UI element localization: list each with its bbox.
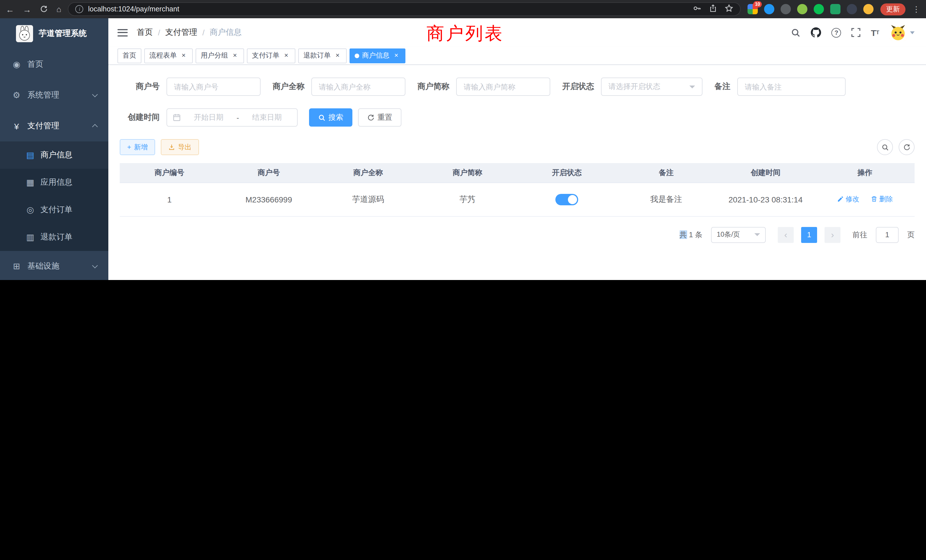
tab-user-group[interactable]: 用户分组×: [195, 48, 244, 63]
toggle-search-icon[interactable]: [877, 139, 893, 155]
close-icon[interactable]: ×: [282, 51, 290, 60]
date-separator: -: [237, 113, 239, 122]
sidebar-item-payment[interactable]: ¥ 支付管理: [0, 110, 108, 141]
merchant-no-input[interactable]: [166, 77, 260, 96]
navbar-actions: ? TT: [791, 24, 917, 41]
main-area: 商户列表 首页 / 支付管理 / 商户信息 ?: [108, 18, 926, 280]
help-icon[interactable]: ?: [832, 28, 841, 37]
extension-navy-icon[interactable]: [847, 4, 857, 14]
close-icon[interactable]: ×: [334, 51, 342, 60]
merchant-no-label: 商户号: [120, 82, 166, 92]
user-menu[interactable]: [890, 24, 915, 41]
app-logo[interactable]: 芋道管理系统: [0, 18, 108, 49]
cell-merchant-no: M233666999: [219, 183, 319, 216]
search-icon: [318, 114, 325, 121]
next-page-icon[interactable]: ›: [825, 227, 840, 243]
merchant-short-input[interactable]: [456, 77, 550, 96]
edit-link[interactable]: 修改: [837, 194, 859, 204]
extension-doc-icon[interactable]: [830, 4, 840, 14]
extension-green-icon[interactable]: [814, 4, 824, 14]
filter-row-2: 创建时间 开始日期 - 结束日期 搜索 重置: [120, 108, 915, 127]
caret-down-icon: [910, 31, 915, 34]
sidebar-item-infrastructure[interactable]: ⊞ 基础设施: [0, 251, 108, 280]
address-bar[interactable]: i localhost:1024/pay/merchant: [68, 2, 741, 16]
hamburger-icon[interactable]: [118, 29, 128, 36]
delete-link[interactable]: 删除: [871, 194, 893, 204]
page-content: 商户号 商户全称 商户简称 开启状态 请选择开启状态: [108, 65, 926, 280]
tab-process-form[interactable]: 流程表单×: [144, 48, 193, 63]
breadcrumb-payment[interactable]: 支付管理: [165, 27, 197, 38]
calendar-icon: [173, 114, 181, 121]
reload-icon[interactable]: [40, 5, 48, 13]
cell-short-name: 芋艿: [418, 183, 517, 216]
sidebar-item-system[interactable]: ⚙ 系统管理: [0, 80, 108, 110]
sidebar-item-merchant-info[interactable]: ▤ 商户信息: [0, 141, 108, 169]
status-select[interactable]: 请选择开启状态: [601, 77, 702, 96]
share-icon[interactable]: [709, 4, 717, 14]
browser-menu-icon[interactable]: ⋮: [912, 5, 920, 14]
home-icon[interactable]: ⌂: [56, 5, 61, 14]
search-button[interactable]: 搜索: [309, 108, 353, 127]
merchant-name-input[interactable]: [311, 77, 406, 96]
page-size-select[interactable]: 10条/页: [711, 227, 766, 243]
sidebar: 芋道管理系统 ◉ 首页 ⚙ 系统管理 ¥ 支付管理: [0, 18, 108, 280]
current-page[interactable]: 1: [801, 227, 817, 243]
close-icon[interactable]: ×: [231, 51, 239, 60]
breadcrumb-home[interactable]: 首页: [137, 27, 153, 38]
extension-color-icon[interactable]: [797, 4, 807, 14]
extension-smiley-icon[interactable]: [863, 4, 873, 14]
col-actions: 操作: [816, 163, 915, 183]
add-button[interactable]: + 新增: [120, 139, 155, 155]
table-toolbar: + 新增 导出: [120, 139, 915, 155]
github-icon[interactable]: [811, 27, 822, 38]
refresh-table-icon[interactable]: [899, 139, 915, 155]
extension-drop-icon[interactable]: [764, 4, 774, 14]
cell-status: [517, 183, 617, 216]
create-time-label: 创建时间: [120, 112, 166, 123]
trash-icon: [871, 196, 878, 203]
password-key-icon[interactable]: [693, 4, 701, 14]
export-button[interactable]: 导出: [161, 139, 199, 155]
infrastructure-icon: ⊞: [11, 261, 22, 271]
status-label: 开启状态: [562, 82, 601, 92]
goto-label: 前往: [852, 230, 867, 240]
sidebar-item-app-info[interactable]: ▦ 应用信息: [0, 169, 108, 196]
chevron-down-icon: [92, 92, 98, 97]
tab-merchant-info[interactable]: 商户信息×: [350, 48, 406, 63]
extension-grid-icon[interactable]: 10: [747, 4, 758, 14]
back-icon[interactable]: ←: [6, 4, 14, 14]
status-toggle[interactable]: [555, 194, 578, 205]
sidebar-item-refund-order[interactable]: ▥ 退款订单: [0, 224, 108, 251]
prev-page-icon[interactable]: ‹: [778, 227, 794, 243]
site-info-icon[interactable]: i: [76, 5, 83, 13]
extension-dark-icon[interactable]: [781, 4, 791, 14]
close-icon[interactable]: ×: [392, 51, 400, 60]
cell-actions: 修改 删除: [816, 183, 915, 216]
remark-input[interactable]: [737, 77, 846, 96]
col-merchant-no: 商户号: [219, 163, 319, 183]
tab-home[interactable]: 首页: [118, 48, 141, 63]
breadcrumb: 首页 / 支付管理 / 商户信息: [137, 27, 242, 38]
reset-button[interactable]: 重置: [358, 108, 401, 127]
tab-refund-order[interactable]: 退款订单×: [298, 48, 346, 63]
col-short-name: 商户简称: [418, 163, 517, 183]
fullscreen-icon[interactable]: [852, 28, 861, 37]
sidebar-item-pay-order[interactable]: ◎ 支付订单: [0, 196, 108, 224]
app-grid-icon: ▦: [25, 177, 35, 188]
close-icon[interactable]: ×: [180, 51, 188, 60]
date-range-picker[interactable]: 开始日期 - 结束日期: [166, 108, 298, 127]
tab-pay-order[interactable]: 支付订单×: [247, 48, 295, 63]
col-status: 开启状态: [517, 163, 617, 183]
tags-view: 首页 流程表单× 用户分组× 支付订单× 退款订单× 商户信息×: [108, 47, 926, 65]
cell-remark: 我是备注: [617, 183, 716, 216]
font-size-icon[interactable]: TT: [871, 28, 879, 37]
merchant-name-label: 商户全称: [272, 82, 311, 92]
browser-update-button[interactable]: 更新: [881, 3, 905, 15]
cell-merchant-id: 1: [120, 183, 219, 216]
goto-page-input[interactable]: [876, 227, 899, 243]
forward-icon[interactable]: →: [23, 4, 31, 14]
search-icon[interactable]: [791, 28, 801, 37]
extensions-bar: 10: [747, 4, 873, 14]
sidebar-item-home[interactable]: ◉ 首页: [0, 49, 108, 80]
bookmark-star-icon[interactable]: [725, 4, 733, 14]
